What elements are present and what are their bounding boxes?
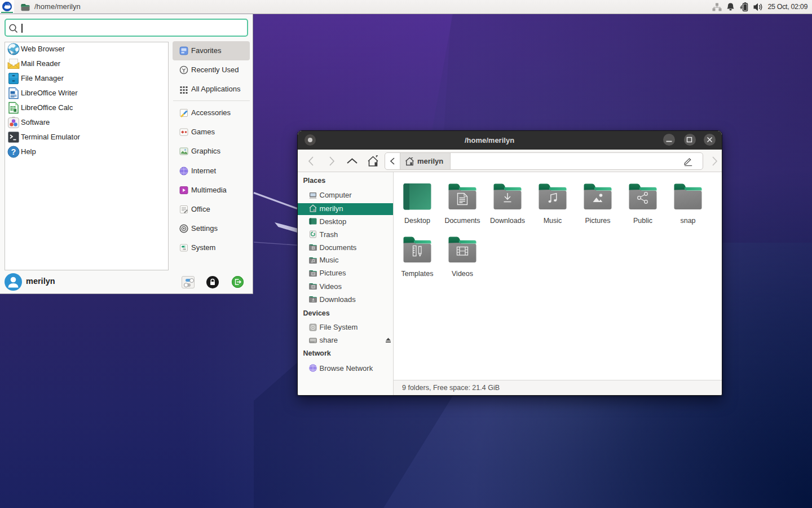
svg-text:?: ?	[11, 147, 16, 156]
